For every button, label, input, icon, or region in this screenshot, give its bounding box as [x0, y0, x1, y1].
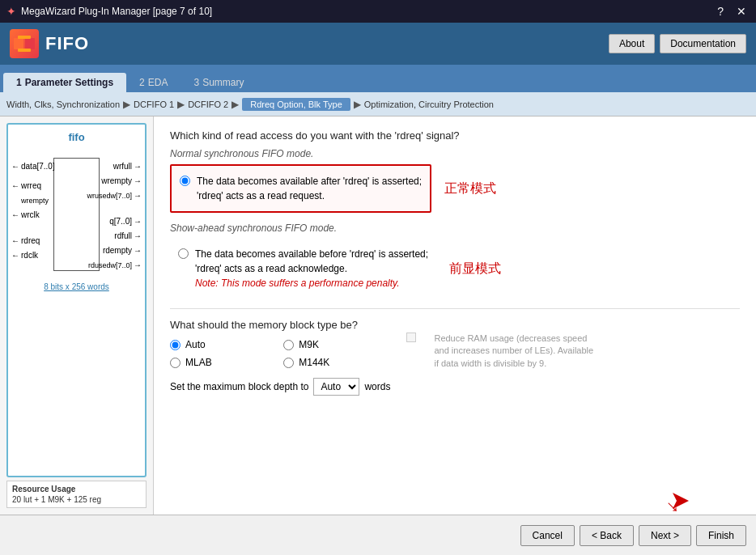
resource-usage: Resource Usage 20 lut + 1 M9K + 125 reg — [6, 481, 147, 508]
reduce-ram-checkbox[interactable] — [406, 333, 416, 342]
memory-auto-radio[interactable] — [170, 340, 181, 350]
memory-auto-label: Auto — [185, 339, 206, 350]
header-buttons: About Documentation — [609, 34, 746, 53]
normal-mode-label: Normal synchronous FIFO mode. — [170, 148, 740, 159]
reduce-ram-section: Reduce RAM usage (decreases speed and in… — [406, 333, 596, 370]
breadcrumb-arrow-1: ▶ — [123, 99, 130, 110]
svg-marker-4 — [673, 493, 689, 509]
signal-wrclk: ←wrclk — [11, 208, 55, 222]
memory-m9k-radio[interactable] — [283, 340, 294, 350]
normal-mode-row: The data becomes available after 'rdreq'… — [170, 164, 740, 213]
header-logo: FIFO — [10, 29, 89, 58]
tab-parameter-settings[interactable]: 1 Parameter Settings — [3, 73, 126, 92]
signal-rdclk: ←rdclk — [11, 248, 55, 263]
finish-button[interactable]: Finish — [696, 525, 746, 546]
signal-wrempty-out: wrempty→ — [87, 174, 142, 189]
fifo-size: 8 bits x 256 words — [11, 282, 142, 291]
fifo-diagram: ←data[7..0] ←wrreq ←wrempty ←wrclk ←rdre… — [11, 150, 142, 279]
show-ahead-label: Show-ahead synchronous FIFO mode. — [170, 222, 740, 234]
max-depth-row: Set the maximum block depth to Auto 32 6… — [170, 378, 390, 396]
memory-m144k-option: M144K — [283, 357, 390, 368]
reduce-ram-note: Reduce RAM usage (decreases speed and in… — [434, 333, 596, 370]
memory-mlab-option: MLAB — [170, 357, 277, 368]
section-divider — [170, 308, 740, 309]
memory-options-row: Auto M9K MLAB M144K — [170, 339, 740, 396]
breadcrumb-width[interactable]: Width, Clks, Synchronization — [6, 100, 120, 109]
memory-auto-option: Auto — [170, 339, 277, 350]
help-button[interactable]: ? — [714, 5, 727, 18]
max-depth-unit: words — [364, 381, 390, 392]
max-depth-select[interactable]: Auto 32 64 128 256 512 1024 2048 4096 — [313, 378, 359, 396]
logo-icon — [10, 29, 39, 58]
svg-rect-0 — [14, 38, 23, 49]
memory-m9k-label: M9K — [299, 339, 319, 350]
right-panel: Which kind of read access do you want wi… — [154, 117, 756, 515]
back-button[interactable]: < Back — [580, 525, 634, 546]
signal-wrusedw: wrusedw[7..0]→ — [87, 189, 142, 203]
breadcrumb-rdreq[interactable]: Rdreq Option, Blk Type — [242, 98, 350, 111]
show-ahead-radio[interactable] — [178, 248, 189, 259]
bottom-bar: ↑ Cancel < Back Next > Finish — [0, 515, 756, 555]
show-ahead-option-box: The data becomes available before 'rdreq… — [170, 239, 436, 299]
memory-options-grid: Auto M9K MLAB M144K — [170, 339, 390, 396]
svg-rect-3 — [18, 49, 31, 52]
close-button[interactable]: ✕ — [733, 5, 750, 18]
normal-mode-option-box: The data becomes available after 'rdreq'… — [170, 164, 431, 213]
normal-mode-radio-option: The data becomes available after 'rdreq'… — [180, 174, 422, 203]
resource-usage-text: 20 lut + 1 M9K + 125 reg — [12, 495, 141, 504]
window-title: MegaWizard Plug-In Manager [page 7 of 10… — [21, 6, 714, 17]
tab-2-label: EDA — [148, 77, 168, 88]
signal-wrreq: ←wrreq — [11, 179, 55, 193]
tab-2-number: 2 — [139, 77, 145, 88]
breadcrumb-arrow-4: ▶ — [354, 99, 361, 110]
svg-rect-2 — [18, 36, 31, 39]
memory-mlab-radio[interactable] — [170, 358, 181, 368]
breadcrumb-dcfifo1[interactable]: DCFIFO 1 — [134, 100, 174, 109]
show-ahead-group: Show-ahead synchronous FIFO mode. The da… — [170, 222, 740, 299]
header: FIFO About Documentation — [0, 23, 756, 65]
title-bar: ✦ MegaWizard Plug-In Manager [page 7 of … — [0, 0, 756, 23]
rdreq-question: Which kind of read access do you want wi… — [170, 129, 740, 142]
logo-text: FIFO — [45, 33, 89, 54]
next-button[interactable]: Next > — [639, 525, 691, 546]
next-arrow-indicator2 — [669, 489, 693, 518]
svg-rect-1 — [25, 38, 35, 49]
tab-3-label: Summary — [202, 77, 244, 88]
memory-m9k-option: M9K — [283, 339, 390, 350]
documentation-button[interactable]: Documentation — [660, 34, 746, 53]
max-depth-label: Set the maximum block depth to — [170, 381, 308, 392]
show-ahead-row: The data becomes available before 'rdreq… — [170, 239, 740, 299]
normal-mode-group: Normal synchronous FIFO mode. The data b… — [170, 148, 740, 213]
left-panel: fifo ←data[7..0] ←wrreq ←wrempty — [0, 117, 154, 515]
normal-mode-text: The data becomes available after 'rdreq'… — [197, 174, 422, 203]
main-content: fifo ←data[7..0] ←wrreq ←wrempty — [0, 117, 756, 515]
signal-rdusedw: rdusedw[7..0]→ — [87, 258, 142, 273]
memory-m144k-radio[interactable] — [283, 358, 294, 368]
breadcrumb-bar: Width, Clks, Synchronization ▶ DCFIFO 1 … — [0, 92, 756, 117]
signal-rdreq: ←rdreq — [11, 234, 55, 248]
memory-question: What should the memory block type be? — [170, 319, 740, 331]
tab-summary[interactable]: 3 Summary — [181, 73, 257, 92]
breadcrumb-optimization[interactable]: Optimization, Circuitry Protection — [364, 100, 494, 109]
app-icon: ✦ — [6, 5, 16, 18]
memory-section: What should the memory block type be? Au… — [170, 319, 740, 396]
signal-wrempty-in: ←wrempty — [11, 193, 55, 208]
tab-eda[interactable]: 2 EDA — [126, 73, 181, 92]
tab-1-label: Parameter Settings — [25, 77, 113, 88]
breadcrumb-dcfifo2[interactable]: DCFIFO 2 — [188, 100, 228, 109]
show-ahead-chinese: 前显模式 — [449, 261, 501, 278]
normal-mode-radio[interactable] — [180, 176, 190, 186]
tab-1-number: 1 — [16, 77, 22, 88]
memory-m144k-label: M144K — [299, 357, 329, 368]
cancel-button[interactable]: Cancel — [520, 525, 575, 546]
breadcrumb-arrow-2: ▶ — [177, 99, 185, 110]
show-ahead-text: The data becomes available before 'rdreq… — [195, 247, 428, 290]
signal-data-in: ←data[7..0] — [11, 159, 55, 174]
signal-wrfull: wrfull→ — [87, 159, 142, 174]
show-ahead-radio-option: The data becomes available before 'rdreq… — [178, 247, 428, 290]
about-button[interactable]: About — [609, 34, 655, 53]
tab-3-number: 3 — [193, 77, 199, 88]
breadcrumb-arrow-3: ▶ — [231, 99, 239, 110]
resource-usage-title: Resource Usage — [12, 485, 141, 494]
fifo-title: fifo — [11, 131, 142, 143]
